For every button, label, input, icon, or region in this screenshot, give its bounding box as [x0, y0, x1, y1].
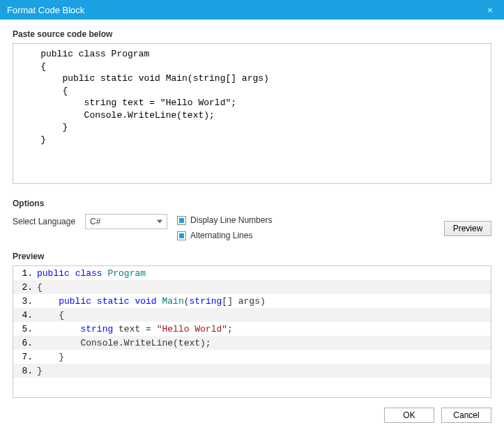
line-number: 7.	[16, 352, 36, 362]
preview-heading: Preview	[13, 252, 491, 261]
line-code: string text = "Hello World";	[36, 324, 233, 334]
titlebar: Format Code Block ×	[0, 0, 504, 20]
line-number: 4.	[16, 310, 36, 320]
chevron-down-icon	[157, 220, 162, 224]
preview-line: 6. Console.WriteLine(text);	[13, 336, 491, 350]
line-code: }	[36, 366, 43, 376]
cancel-button[interactable]: Cancel	[441, 408, 491, 423]
line-code: public class Program	[36, 268, 146, 279]
preview-line: 7. }	[13, 350, 491, 364]
language-selected: C#	[90, 217, 100, 226]
preview-line: 8.}	[13, 364, 491, 378]
preview-button[interactable]: Preview	[444, 221, 491, 236]
ok-button[interactable]: OK	[384, 408, 434, 423]
line-code: public static void Main(string[] args)	[36, 296, 266, 307]
preview-line: 5. string text = "Hello World";	[13, 322, 491, 336]
preview-box: 1.public class Program2.{3. public stati…	[13, 265, 491, 398]
options-checkboxes: Display Line Numbers Alternating Lines	[177, 214, 272, 240]
line-number: 2.	[16, 282, 36, 293]
dialog-buttons: OK Cancel	[13, 408, 491, 423]
preview-line: 4. {	[13, 308, 491, 322]
close-icon[interactable]: ×	[483, 5, 497, 15]
line-number: 6.	[16, 338, 36, 348]
source-textarea[interactable]	[13, 43, 491, 184]
display-line-numbers-checkbox[interactable]: Display Line Numbers	[177, 215, 272, 225]
dialog-content: Paste source code below Options Select L…	[0, 20, 504, 434]
window-title: Format Code Block	[7, 5, 483, 15]
preview-section: Preview 1.public class Program2.{3. publ…	[13, 252, 491, 398]
preview-line: 2.{	[13, 280, 491, 294]
line-number: 3.	[16, 296, 36, 307]
checkbox-icon	[177, 231, 186, 240]
alternating-lines-checkbox[interactable]: Alternating Lines	[177, 231, 272, 240]
line-code: }	[36, 352, 64, 362]
preview-line: 1.public class Program	[13, 266, 491, 280]
options-heading: Options	[13, 199, 491, 208]
line-number: 5.	[16, 324, 36, 334]
checkbox-icon	[177, 216, 186, 225]
line-number: 8.	[16, 366, 36, 376]
preview-line: 3. public static void Main(string[] args…	[13, 294, 491, 308]
language-combobox[interactable]: C#	[85, 214, 167, 229]
checkbox-label: Display Line Numbers	[190, 215, 272, 225]
source-label: Paste source code below	[13, 29, 491, 39]
line-code: {	[36, 282, 43, 293]
checkbox-label: Alternating Lines	[190, 231, 252, 240]
language-label: Select Language	[13, 214, 75, 226]
line-code: {	[36, 310, 64, 320]
line-number: 1.	[16, 268, 36, 279]
line-code: Console.WriteLine(text);	[36, 338, 211, 348]
